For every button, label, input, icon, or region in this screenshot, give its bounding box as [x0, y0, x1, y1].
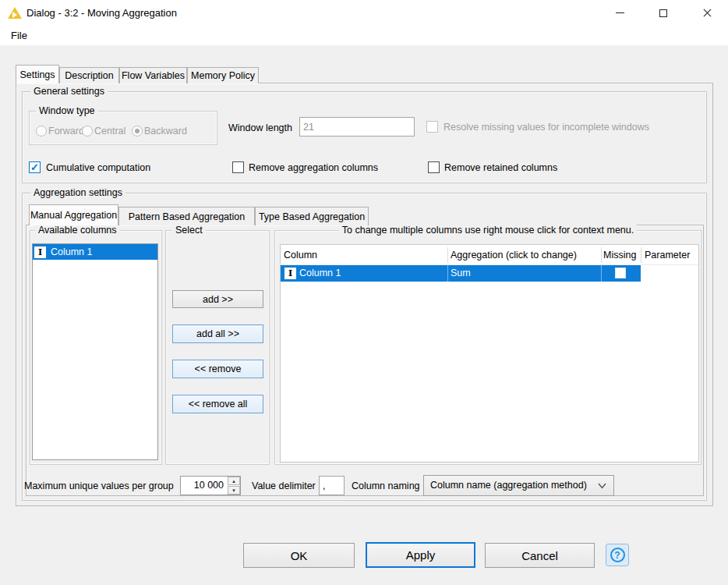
- column-naming-dropdown[interactable]: Column name (aggregation method): [423, 475, 614, 496]
- add-button-label: add >>: [203, 294, 233, 305]
- header-column[interactable]: Column: [284, 245, 317, 265]
- cell-separator: [447, 265, 448, 282]
- tab-pattern-based-aggregation[interactable]: Pattern Based Aggregation: [118, 207, 255, 225]
- tab-memory-policy[interactable]: Memory Policy: [187, 67, 259, 83]
- tab-settings[interactable]: Settings: [16, 65, 59, 83]
- radio-central: [82, 126, 93, 136]
- tab-memory-policy-label: Memory Policy: [191, 70, 255, 81]
- moving-aggregation-dialog: Dialog - 3:2 - Moving Aggregation File S…: [0, 0, 728, 585]
- cell-separator: [601, 265, 602, 282]
- header-separator: [641, 247, 641, 263]
- remove-all-button[interactable]: << remove all: [172, 395, 263, 413]
- radio-forward-label: Forward: [48, 126, 84, 137]
- down-arrow-icon: ▼: [231, 488, 236, 493]
- table-row-selection: I Column 1 Sum: [281, 265, 641, 282]
- radio-backward-label: Backward: [144, 126, 187, 137]
- remove-all-button-label: << remove all: [189, 399, 248, 410]
- available-columns-legend: Available columns: [35, 225, 120, 236]
- max-unique-label: Maximum unique values per group: [24, 480, 174, 492]
- header-separator: [447, 247, 448, 263]
- knime-dialog-icon: [8, 7, 22, 20]
- remove-retained-columns-label: Remove retained columns: [444, 162, 557, 174]
- close-button[interactable]: [685, 0, 728, 26]
- tab-description-label: Description: [65, 70, 114, 81]
- tab-manual-aggregation[interactable]: Manual Aggregation: [29, 204, 118, 225]
- value-delimiter-label: Value delimiter: [252, 480, 316, 492]
- aggregation-table-legend: To change multiple columns use right mou…: [339, 225, 637, 236]
- cell-column[interactable]: Column 1: [299, 265, 341, 282]
- remove-button-label: << remove: [195, 363, 242, 374]
- ok-button[interactable]: OK: [243, 543, 355, 568]
- tab-flow-variables[interactable]: Flow Variables: [119, 67, 187, 83]
- apply-button[interactable]: Apply: [366, 542, 475, 568]
- resolve-missing-checkbox: [426, 121, 438, 133]
- tab-description[interactable]: Description: [59, 67, 119, 83]
- ok-button-label: OK: [291, 549, 308, 562]
- add-all-button[interactable]: add all >>: [172, 324, 263, 343]
- column-naming-label: Column naming: [352, 480, 420, 492]
- column-naming-value: Column name (aggregation method): [430, 476, 587, 495]
- radio-central-label: Central: [94, 126, 125, 137]
- window-length-label: Window length: [228, 122, 292, 134]
- available-columns-list: I Column 1: [32, 243, 158, 460]
- cumulative-computation-label: Cumulative computation: [46, 162, 150, 174]
- int-column-icon: I: [34, 246, 46, 258]
- manual-aggregation-panel: Available columns I Column 1 Select add …: [26, 225, 704, 496]
- window-title: Dialog - 3:2 - Moving Aggregation: [27, 0, 177, 26]
- aggregation-table-header: Column Aggregation (click to change) Mis…: [281, 245, 698, 265]
- remove-retained-columns-checkbox[interactable]: [428, 161, 440, 173]
- minimize-button[interactable]: [598, 0, 641, 26]
- max-unique-value[interactable]: 10 000: [181, 477, 227, 495]
- missing-checkbox[interactable]: [615, 268, 626, 278]
- maximize-button[interactable]: [641, 0, 685, 26]
- minimize-icon: [616, 12, 624, 13]
- close-icon: [702, 8, 712, 18]
- tab-settings-label: Settings: [19, 69, 55, 80]
- general-settings-group: General settings Window type Forward Cen…: [22, 91, 707, 183]
- table-row[interactable]: I Column 1 Sum: [281, 265, 698, 282]
- up-arrow-icon: ▲: [231, 479, 236, 484]
- header-missing[interactable]: Missing: [603, 245, 636, 265]
- spinner-buttons: ▲ ▼: [228, 477, 240, 495]
- header-parameter[interactable]: Parameter: [645, 245, 690, 265]
- max-unique-spinner[interactable]: 10 000 ▲ ▼: [180, 476, 241, 495]
- value-delimiter-input[interactable]: [319, 476, 345, 495]
- aggregation-table-group: To change multiple columns use right mou…: [274, 230, 701, 465]
- add-button[interactable]: add >>: [172, 290, 263, 308]
- select-group: Select add >> add all >> << remove << re…: [165, 230, 270, 465]
- tab-manual-aggregation-label: Manual Aggregation: [30, 210, 117, 221]
- menu-bar: File: [0, 26, 728, 45]
- tab-type-based-aggregation[interactable]: Type Based Aggregation: [255, 207, 369, 225]
- check-icon: ✓: [30, 161, 39, 173]
- available-columns-group: Available columns I Column 1: [30, 230, 162, 465]
- spinner-down-button[interactable]: ▼: [228, 486, 240, 495]
- tab-pattern-based-aggregation-label: Pattern Based Aggregation: [129, 211, 245, 222]
- tab-type-based-aggregation-label: Type Based Aggregation: [259, 211, 365, 222]
- cancel-button[interactable]: Cancel: [485, 543, 595, 568]
- spinner-up-button[interactable]: ▲: [228, 477, 240, 485]
- tab-flow-variables-label: Flow Variables: [122, 70, 185, 81]
- cell-parameter[interactable]: [641, 265, 698, 282]
- remove-aggregation-columns-checkbox[interactable]: [232, 161, 244, 173]
- window-type-group: Window type Forward Central Backward: [29, 111, 217, 145]
- radio-backward: [132, 126, 143, 136]
- list-item-column1[interactable]: I Column 1: [33, 244, 157, 260]
- help-button[interactable]: ?: [606, 544, 629, 566]
- aggregation-settings-group: Aggregation settings Manual Aggregation …: [22, 193, 707, 501]
- apply-button-label: Apply: [406, 548, 436, 562]
- maximize-icon: [659, 9, 667, 17]
- header-separator: [601, 247, 602, 263]
- resolve-missing-label: Resolve missing values for incomplete wi…: [444, 122, 649, 133]
- title-bar: Dialog - 3:2 - Moving Aggregation: [0, 0, 728, 26]
- header-aggregation[interactable]: Aggregation (click to change): [451, 245, 577, 265]
- window-type-legend: Window type: [36, 105, 98, 116]
- list-item-label: Column 1: [51, 246, 93, 257]
- remove-button[interactable]: << remove: [172, 360, 263, 378]
- cumulative-computation-checkbox[interactable]: ✓: [29, 161, 41, 173]
- aggregation-table: Column Aggregation (click to change) Mis…: [280, 244, 699, 463]
- radio-forward: [36, 126, 47, 136]
- menu-file[interactable]: File: [6, 28, 32, 43]
- cell-aggregation[interactable]: Sum: [451, 265, 471, 282]
- aggregation-settings-legend: Aggregation settings: [30, 187, 125, 198]
- general-settings-legend: General settings: [30, 86, 108, 97]
